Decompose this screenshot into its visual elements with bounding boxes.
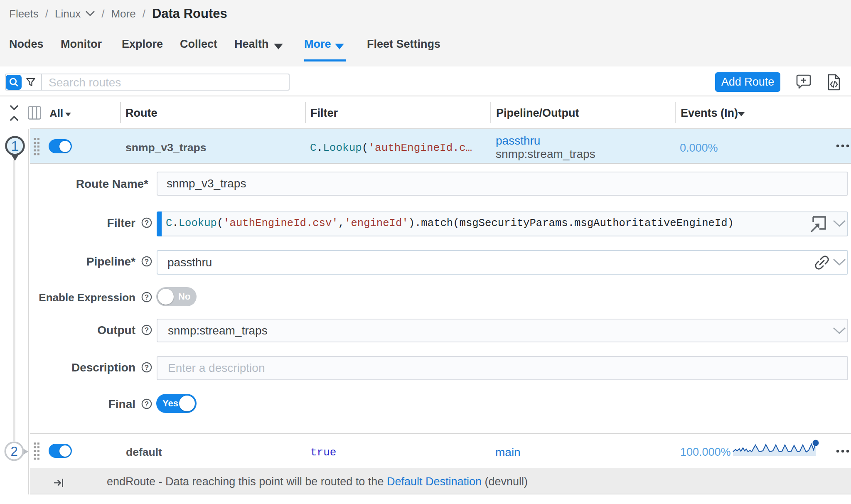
svg-text:?: ? [145, 258, 149, 266]
svg-text:2: 2 [10, 444, 17, 459]
svg-text:1: 1 [11, 138, 19, 154]
svg-text:?: ? [145, 326, 149, 334]
svg-text:?: ? [145, 219, 149, 227]
svg-text:?: ? [145, 364, 149, 371]
svg-text:?: ? [145, 293, 149, 301]
svg-text:?: ? [145, 400, 149, 408]
